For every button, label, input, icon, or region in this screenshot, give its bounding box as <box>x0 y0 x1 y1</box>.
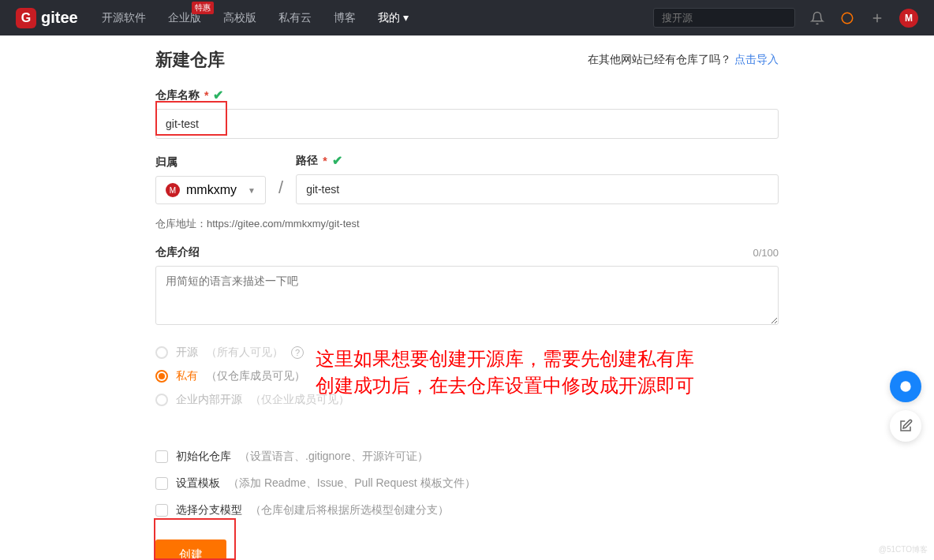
highlight-box-submit <box>154 518 236 560</box>
radio-icon <box>155 370 168 383</box>
search-input[interactable] <box>653 8 795 28</box>
top-header: G gitee 开源软件 企业版特惠 高校版 私有云 博客 我的 ▾ M <box>0 0 934 35</box>
repo-name-input[interactable] <box>155 109 779 139</box>
highlight-box-name <box>155 101 227 136</box>
checkbox-template[interactable]: 设置模板 （添加 Readme、Issue、Pull Request 模板文件） <box>155 470 779 497</box>
svg-point-0 <box>842 13 853 24</box>
watermark: @51CTO博客 <box>879 544 928 555</box>
logo-icon: G <box>16 8 36 28</box>
user-avatar[interactable]: M <box>899 9 918 28</box>
path-separator: / <box>278 177 283 204</box>
intro-textarea[interactable] <box>155 266 779 325</box>
bell-icon[interactable] <box>809 10 825 26</box>
path-input[interactable] <box>296 174 779 204</box>
checkbox-icon <box>155 450 168 463</box>
nav-mine[interactable]: 我的 ▾ <box>378 11 409 25</box>
nav-university[interactable]: 高校版 <box>223 11 256 25</box>
options-group: 初始化仓库 （设置语言、.gitignore、开源许可证） 设置模板 （添加 R… <box>155 443 779 524</box>
owner-select[interactable]: M mmkxmy ▼ <box>155 176 266 204</box>
svg-point-3 <box>900 381 910 391</box>
chevron-down-icon: ▼ <box>248 186 256 195</box>
nav-privatecloud[interactable]: 私有云 <box>278 11 312 25</box>
float-chat-button[interactable] <box>890 371 921 402</box>
form-content: 新建仓库 在其他网站已经有仓库了吗？ 点击导入 仓库名称 * ✔ 归属 M mm… <box>155 35 779 560</box>
radio-icon <box>155 346 168 359</box>
owner-name: mmkxmy <box>186 183 237 197</box>
help-icon[interactable]: ? <box>291 346 304 359</box>
float-edit-button[interactable] <box>890 410 921 442</box>
check-icon: ✔ <box>332 153 342 168</box>
plus-icon[interactable] <box>869 10 885 26</box>
nav-blog[interactable]: 博客 <box>334 11 356 25</box>
intro-label: 仓库介绍 <box>155 245 200 259</box>
logo-text: gitee <box>41 9 78 27</box>
float-buttons <box>890 371 921 442</box>
annotation-text: 这里如果想要创建开源库，需要先创建私有库 创建成功后，在去仓库设置中修改成开源即… <box>316 345 694 398</box>
owner-label: 归属 <box>155 155 266 170</box>
logo[interactable]: G gitee <box>16 8 78 28</box>
radio-icon <box>155 394 168 406</box>
header-right: M <box>653 8 918 28</box>
checkbox-icon <box>155 504 168 517</box>
repo-url: 仓库地址：https://gitee.com/mmkxmy/git-test <box>155 217 779 231</box>
import-link[interactable]: 点击导入 <box>734 53 779 65</box>
import-prompt: 在其他网站已经有仓库了吗？ 点击导入 <box>588 53 779 67</box>
intro-counter: 0/100 <box>753 247 779 259</box>
main-nav: 开源软件 企业版特惠 高校版 私有云 博客 我的 ▾ <box>102 11 409 25</box>
checkbox-init[interactable]: 初始化仓库 （设置语言、.gitignore、开源许可证） <box>155 443 779 470</box>
nav-enterprise[interactable]: 企业版特惠 <box>168 11 201 25</box>
checkbox-icon <box>155 477 168 490</box>
fire-icon[interactable] <box>839 10 855 26</box>
nav-opensource[interactable]: 开源软件 <box>102 11 146 25</box>
path-label: 路径 * ✔ <box>296 153 779 168</box>
checkbox-branch[interactable]: 选择分支模型 （仓库创建后将根据所选模型创建分支） <box>155 497 779 524</box>
page-title: 新建仓库 <box>155 48 225 72</box>
owner-avatar-icon: M <box>166 183 180 197</box>
repo-name-label: 仓库名称 * ✔ <box>155 88 779 103</box>
promo-badge: 特惠 <box>192 2 214 14</box>
